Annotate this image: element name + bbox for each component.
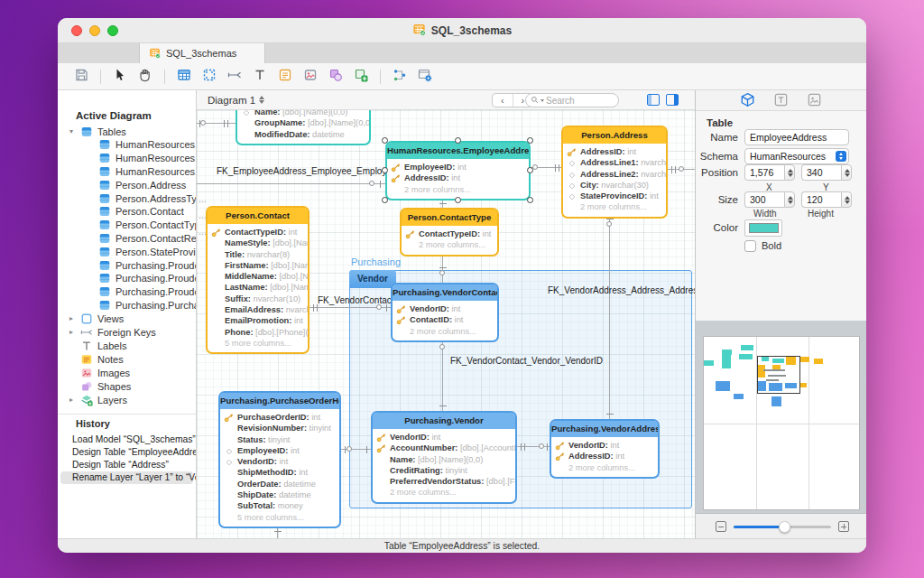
entity-field[interactable]: VendorID: int: [373, 432, 515, 443]
auto-layout-button[interactable]: [389, 67, 411, 87]
position-x-stepper-buttons[interactable]: [784, 164, 795, 181]
sidebar-table-item[interactable]: Purchasing.ProudctVen...: [58, 285, 196, 299]
new-note-button[interactable]: [274, 67, 296, 87]
toggle-left-panel-icon[interactable]: [647, 94, 660, 106]
diagram-selector[interactable]: Diagram 1: [208, 95, 264, 106]
tab-sql-3schemas[interactable]: SQL_3schemas: [139, 43, 265, 63]
entity-header[interactable]: Purchasing.Vendor: [373, 413, 515, 429]
entity-field[interactable]: ContactTypeID: int: [402, 228, 497, 239]
entity-field[interactable]: Title: nvarchar(8): [208, 249, 308, 260]
diagram-overview-minimap[interactable]: [703, 336, 860, 510]
entity-field[interactable]: VendorID: int: [220, 456, 339, 467]
sidebar-table-item[interactable]: Purchasing.ProudctVen...: [58, 272, 196, 285]
new-table-button[interactable]: [173, 67, 195, 87]
entity-vendor-address[interactable]: Purchasing.VendorAddressVendorID: intAdd…: [550, 419, 660, 479]
entity-field[interactable]: Name: [dbo].[Name](0,0): [373, 454, 515, 465]
sidebar-item-foreign-keys[interactable]: ▸Foreign Keys: [58, 325, 196, 339]
entity-vendor[interactable]: Purchasing.VendorVendorID: intAccountNum…: [371, 411, 517, 504]
position-y-input[interactable]: [801, 164, 841, 181]
entity-field[interactable]: Name: [dbo].[Name](0,0): [237, 110, 369, 117]
entity-field[interactable]: AddressID: int: [387, 172, 529, 183]
entity-header[interactable]: HumanResources.EmployeeAddress: [387, 143, 529, 159]
sidebar-table-item[interactable]: Person.Contact: [58, 205, 196, 219]
selection-handle[interactable]: [455, 197, 461, 203]
entity-field[interactable]: NameStyle: [dbo].[NameSt...: [208, 238, 308, 248]
zoom-out-button[interactable]: [716, 521, 726, 532]
entity-field[interactable]: EmployeeID: int: [387, 162, 529, 172]
chevron-right-icon[interactable]: ▸: [69, 328, 77, 336]
sidebar-item-shapes[interactable]: Shapes: [58, 379, 196, 393]
entity-employee-address[interactable]: HumanResources.EmployeeAddressEmployeeID…: [385, 141, 531, 200]
selection-handle[interactable]: [527, 197, 533, 203]
toggle-right-panel-icon[interactable]: [666, 94, 679, 106]
size-width-input[interactable]: [744, 191, 784, 208]
entity-field[interactable]: AddressID: int: [551, 451, 658, 461]
color-well[interactable]: [744, 219, 782, 237]
schema-select[interactable]: HumanResources: [744, 148, 849, 164]
entity-field[interactable]: Suffix: nvarchar(10): [208, 294, 308, 304]
entity-field[interactable]: MiddleName: [dbo].[Name]...: [208, 271, 308, 282]
sidebar-item-views[interactable]: ▸Views: [58, 312, 196, 325]
entity-field[interactable]: AddressLine2: nvarchar(...: [563, 169, 666, 180]
entity-field[interactable]: LastName: [dbo].[Name](0...: [208, 282, 308, 293]
selection-handle[interactable]: [527, 167, 533, 173]
entity-field[interactable]: VendorID: int: [393, 303, 497, 314]
sidebar-table-item[interactable]: Purchasing.Purchasing...: [58, 299, 196, 312]
entity-field[interactable]: AddressLine1: nvarchar(...: [563, 157, 666, 168]
entity-field[interactable]: ContactID: int: [393, 314, 497, 325]
chevron-right-icon[interactable]: ▸: [69, 314, 77, 322]
size-width-stepper-buttons[interactable]: [784, 191, 795, 208]
entity-field[interactable]: EmailPromotion: int: [208, 315, 308, 326]
entity-field[interactable]: ShipMethodID: int: [220, 467, 339, 478]
entity-field[interactable]: PurchaseOrderID: int: [220, 412, 339, 423]
position-x-input[interactable]: [744, 164, 784, 181]
entity-header[interactable]: Person.ContactType: [402, 210, 497, 226]
history-item[interactable]: Rename Layer “Layer 1” to “Vendor”: [60, 471, 193, 484]
entity-field[interactable]: AccountNumber: [dbo].[AccountNumber]...: [373, 443, 515, 453]
chevron-down-icon[interactable]: ▾: [69, 127, 77, 135]
new-view-button[interactable]: [199, 67, 220, 87]
save-button[interactable]: [70, 67, 92, 87]
entity-field[interactable]: OrderDate: datetime: [220, 479, 339, 489]
minimap-viewport[interactable]: [757, 356, 800, 394]
fk-relationship-label[interactable]: FK_VendorAddress_Address_AddressID: [548, 285, 695, 295]
new-label-button[interactable]: [249, 67, 271, 87]
zoom-slider-track[interactable]: [734, 526, 831, 528]
entity-field[interactable]: EmailAddress: nvarchar(50): [208, 304, 308, 315]
entity-field[interactable]: CreditRating: tinyint: [373, 465, 515, 476]
entity-header[interactable]: Person.Address: [563, 127, 666, 144]
new-image-button[interactable]: [300, 67, 321, 87]
nav-back-button[interactable]: ‹: [493, 94, 513, 107]
entity-header[interactable]: Person.Contact: [208, 208, 308, 224]
entity-field[interactable]: StateProvinceID: int: [563, 191, 666, 201]
entity-person-contact[interactable]: Person.ContactContactTypeID: intNameStyl…: [206, 206, 310, 354]
fk-relationship-label[interactable]: FK_EmployeeAddress_Employee_EmployeeID: [217, 166, 406, 176]
sidebar-table-item[interactable]: Person.ContactRegion: [58, 232, 196, 246]
fk-relationship-label[interactable]: FK_VendorContact_Vendor_VendorID: [450, 356, 603, 366]
position-y-stepper-buttons[interactable]: [841, 164, 852, 181]
entity-field[interactable]: ModifiedDate: datetime: [237, 129, 369, 140]
sidebar-table-item[interactable]: Person.ContactType: [58, 219, 196, 232]
bold-checkbox[interactable]: [744, 240, 756, 252]
diagram-canvas[interactable]: PurchasingVendor⋯⋯⋯FK_EmployeeAddress_Em…: [197, 110, 695, 538]
history-item[interactable]: Design Table “Address”: [58, 459, 196, 471]
entity-field[interactable]: GroupName: [dbo].[Name](0,0): [237, 117, 369, 128]
selection-handle[interactable]: [382, 167, 388, 173]
sidebar-item-images[interactable]: Images: [58, 366, 196, 379]
relationship-line[interactable]: [609, 214, 610, 419]
selection-handle[interactable]: [382, 197, 388, 203]
entity-field[interactable]: City: nvarchar(30): [563, 180, 666, 191]
sidebar-table-item[interactable]: Purchasing.ProudctVen...: [58, 258, 196, 272]
relationship-line[interactable]: [197, 183, 385, 184]
selection-handle[interactable]: [455, 137, 461, 144]
new-shape-button[interactable]: [325, 67, 346, 87]
entity-header[interactable]: Purchasing.PurchaseOrderHeader: [220, 393, 339, 409]
entity-field[interactable]: EmployeeID: int: [220, 445, 339, 456]
entity-field[interactable]: Phone: [dbo].[Phone](0,0): [208, 327, 308, 338]
size-height-input[interactable]: [801, 191, 841, 208]
entity-header[interactable]: Purchasing.VendorContact: [393, 284, 497, 301]
sidebar-item-notes[interactable]: Notes: [58, 352, 196, 366]
layer-tab-label[interactable]: Vendor: [349, 270, 396, 288]
sidebar-table-item[interactable]: Person.AddressType: [58, 191, 196, 205]
sidebar-table-item[interactable]: HumanResources.Depar...: [58, 138, 196, 152]
